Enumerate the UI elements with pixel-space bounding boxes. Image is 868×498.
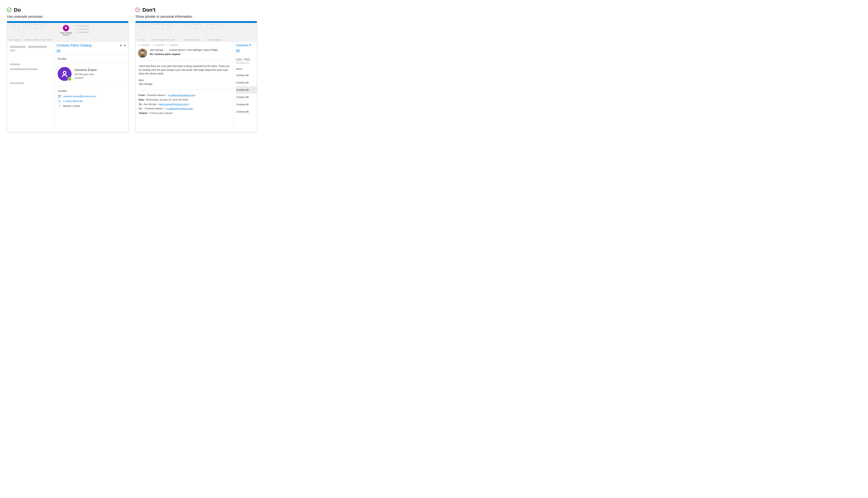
ribbon-placeholder-icon xyxy=(31,24,35,29)
addin-label2: Contoso xyxy=(63,34,69,36)
do-panel: Do Use example personas. xyxy=(7,7,128,132)
result-row[interactable]: Contoso 85 xyxy=(236,93,257,101)
profile-job: Job title goes here xyxy=(74,73,97,76)
profile-section-title: Profile xyxy=(54,55,128,63)
title-bar xyxy=(7,21,128,23)
dont-panel: Don't Show private or personal informati… xyxy=(135,7,257,132)
message-recipients: Celeste Burton; Colin Ballinger; Daisy P… xyxy=(169,49,218,51)
dont-app-shell: Alan Munger | Celeste Burton; Colin Ball… xyxy=(135,21,257,132)
profile-name: Cameron Evans xyxy=(74,68,97,72)
from-email-link[interactable]: c.walston@contoso.com xyxy=(169,94,194,96)
do-app-shell: Parts Catalog Contoso xyxy=(7,21,128,132)
nav-placeholder xyxy=(7,42,54,132)
result-row[interactable]: Contoso 85 xyxy=(236,79,257,86)
do-heading: Do xyxy=(14,7,21,13)
contact-office: Bravern 11/234 xyxy=(63,105,80,107)
close-icon[interactable]: ✕ xyxy=(124,44,126,47)
ribbon-placeholder-icon xyxy=(152,24,156,29)
field-date-label: Date: xyxy=(139,99,145,101)
field-date-value: Wednesday, January 18, 2018 at4:25AM xyxy=(145,99,188,101)
ribbon-placeholder-icon xyxy=(15,24,20,29)
ribbon-placeholder-icon xyxy=(196,24,200,29)
ribbon-placeholder-icon xyxy=(185,24,190,29)
message-body: I think that there are more parts like w… xyxy=(138,61,231,90)
dont-subtitle: Show private or personal information. xyxy=(135,15,257,18)
message-signature-name: Alan Munger xyxy=(139,82,230,86)
message-body-text: I think that there are more parts like w… xyxy=(139,64,230,76)
chevron-down-icon[interactable]: ▼ xyxy=(120,44,122,47)
field-to-label: To: xyxy=(139,103,142,105)
location-icon xyxy=(58,104,61,108)
title-bar xyxy=(135,21,257,23)
result-row[interactable]: Contoso 60 xyxy=(236,101,257,108)
ribbon-placeholder-icon xyxy=(10,24,14,29)
to-email-link[interactable]: alan.munger@contoso.com xyxy=(159,103,188,105)
ribbon-placeholder-icon xyxy=(219,24,223,29)
svg-point-2 xyxy=(60,105,60,106)
column-header-name[interactable]: Name ↓ xyxy=(236,68,257,72)
results-count: 16 results in LE xyxy=(236,62,257,64)
result-row[interactable]: Contoso 60 xyxy=(236,86,257,93)
profile-company: Contoso xyxy=(74,76,97,80)
taskpane-title: Contoso Parts Catalog xyxy=(56,43,91,47)
reading-pane: Alan Munger | Celeste Burton; Colin Ball… xyxy=(135,42,233,132)
addin-label1: Parts Catalog xyxy=(60,32,72,34)
field-to-name: Alan Munger. < xyxy=(143,103,159,105)
contact-email[interactable]: cameron.evans@contoso.com xyxy=(63,95,96,98)
hamburger-icon[interactable] xyxy=(56,50,61,52)
ribbon-placeholder-icon xyxy=(144,24,148,29)
message-sender: Alan Munger xyxy=(150,49,164,51)
svg-rect-1 xyxy=(58,95,61,97)
check-icon xyxy=(7,8,11,12)
task-pane: Contoso Parts Catalog ▼ ✕ Profile xyxy=(54,42,128,132)
message-header-fields: From:"Charlotte Walston " <c.walston@con… xyxy=(138,90,231,118)
phone-icon xyxy=(58,100,61,103)
dont-heading: Don't xyxy=(142,7,155,13)
result-row[interactable]: Contoso 85 xyxy=(236,108,257,115)
ribbon-placeholder-icon xyxy=(191,24,195,29)
avatar xyxy=(57,67,72,81)
do-subtitle: Use example personas. xyxy=(7,15,128,18)
ribbon: Parts Catalog Contoso xyxy=(7,23,128,42)
message-subject: Re: Contoso parts request xyxy=(150,53,218,55)
contact-phone[interactable]: 1+(425) 456-6789 xyxy=(63,100,83,103)
presence-available-icon xyxy=(68,77,72,81)
cross-icon xyxy=(135,8,140,12)
message-signoff: Best, xyxy=(139,78,230,82)
ribbon-placeholder-icon xyxy=(42,24,46,29)
sidepane-title: Contoso P xyxy=(236,43,257,47)
search-term: LED - R30 xyxy=(236,58,257,62)
ribbon-placeholder-icon xyxy=(169,24,173,29)
sender-avatar xyxy=(138,49,147,57)
ribbon-placeholder-icon xyxy=(207,24,212,29)
field-from-name: "Charlotte Walston " < xyxy=(146,94,169,96)
ribbon-placeholder-icon xyxy=(25,24,30,29)
ribbon-placeholder-icon xyxy=(163,24,168,29)
field-from-label: From: xyxy=(139,94,145,96)
side-task-pane: Contoso P LED - R30 16 results in LE Nam… xyxy=(233,42,257,132)
ribbon-placeholder-icon xyxy=(213,24,218,29)
field-cc-name: "Charlotte Walston " < xyxy=(143,107,167,110)
field-subject-value: Contoso parts request xyxy=(148,112,172,114)
ribbon-placeholder-icon xyxy=(36,24,41,29)
hamburger-icon[interactable] xyxy=(236,50,240,52)
ribbon xyxy=(135,23,257,42)
message-toolbar xyxy=(138,43,231,48)
field-cc-label: Cc: xyxy=(139,107,143,110)
contact-section-title: Contact xyxy=(58,89,125,92)
svg-point-0 xyxy=(63,71,66,74)
result-row[interactable]: Contoso 60 xyxy=(236,72,257,79)
addin-ribbon-button[interactable]: Parts Catalog Contoso xyxy=(59,24,74,36)
ribbon-placeholder-icon xyxy=(157,24,162,29)
lightbulb-icon xyxy=(63,25,69,31)
field-subject-label: Subject: xyxy=(139,112,148,114)
cc-email-link[interactable]: c.walston@contoso.com xyxy=(167,107,192,110)
ribbon-placeholder-icon xyxy=(138,24,143,29)
mail-icon xyxy=(58,95,61,98)
